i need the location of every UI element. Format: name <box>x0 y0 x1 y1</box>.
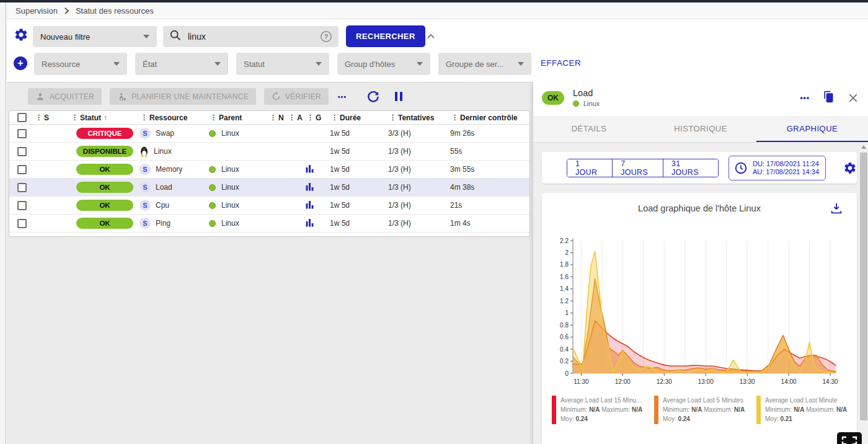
collapse-filters-chevron-up-icon[interactable] <box>425 30 437 43</box>
drag-handle-icon[interactable]: ⋮ <box>331 113 338 122</box>
column-header-duration[interactable]: ⋮Durée <box>326 113 386 122</box>
more-actions-icon[interactable]: ••• <box>338 93 347 100</box>
row-checkbox[interactable] <box>17 183 27 192</box>
resource-name[interactable]: Memory <box>156 165 182 174</box>
column-header-acknowledged[interactable]: ⋮A <box>287 113 306 122</box>
graph-settings-gear-icon[interactable] <box>843 161 857 175</box>
drag-handle-icon[interactable]: ⋮ <box>389 113 396 122</box>
search-input[interactable] <box>188 32 320 42</box>
service-icon: S <box>140 182 151 193</box>
row-checkbox[interactable] <box>17 219 27 228</box>
column-header-severity[interactable]: ⋮S <box>34 113 70 122</box>
drag-handle-icon[interactable]: ⋮ <box>451 113 458 122</box>
tab-historique[interactable]: HISTORIQUE <box>645 116 756 142</box>
scrollbar-thumb[interactable] <box>860 153 867 420</box>
time-range-button-31-jours[interactable]: 31 JOURS <box>663 159 718 177</box>
load-chart-svg[interactable]: 00.20.40.60.811.21.41.61.822.211:3012:00… <box>557 236 848 391</box>
period-from: 17/08/2021 11:24 <box>766 160 819 167</box>
tab-détails[interactable]: DÉTAILS <box>533 116 645 142</box>
select-all-checkbox[interactable] <box>17 113 27 122</box>
criteria-select-0[interactable]: Ressource <box>34 53 127 75</box>
drag-handle-icon[interactable]: ⋮ <box>210 113 217 122</box>
filter-settings-gear-icon[interactable] <box>14 27 29 42</box>
search-box[interactable]: ? <box>163 26 339 47</box>
resource-name[interactable]: Linux <box>154 147 172 156</box>
column-header-parent[interactable]: ⋮Parent <box>209 113 268 122</box>
graph-icon[interactable] <box>306 200 314 211</box>
row-checkbox[interactable] <box>17 165 27 174</box>
acknowledge-button[interactable]: ACQUITTER <box>28 88 102 105</box>
resource-name[interactable]: Load <box>156 183 172 192</box>
graph-icon[interactable] <box>306 218 314 229</box>
column-header-tries[interactable]: ⋮Tentatives <box>386 113 448 122</box>
drag-handle-icon[interactable]: ⋮ <box>288 113 295 122</box>
parent-name[interactable]: Linux <box>221 129 239 138</box>
column-header-notes[interactable]: ⋮N <box>268 113 287 122</box>
help-icon[interactable]: ? <box>320 30 332 43</box>
legend-item[interactable]: Average Load Last MinuteMinimum: N/A Max… <box>756 396 857 424</box>
column-header-resource[interactable]: ⋮Ressource <box>140 113 209 122</box>
criteria-select-2[interactable]: Statut <box>236 53 329 75</box>
time-range-button-7-jours[interactable]: 7 JOURS <box>613 159 663 177</box>
legend-item[interactable]: Average Load Last 5 MinutesMinimum: N/A … <box>654 396 755 424</box>
add-criteria-button[interactable]: + <box>14 56 27 70</box>
collapsed-sidebar-edge[interactable] <box>0 2 6 444</box>
resource-name[interactable]: Swap <box>156 129 174 138</box>
table-row[interactable]: OK S Ping Linux 1w 5d 1/3 (H) 1m 4s <box>9 215 529 233</box>
export-graph-icon[interactable] <box>830 202 843 215</box>
sort-ascending-icon[interactable]: ↑ <box>104 113 107 122</box>
table-row[interactable]: OK S Cpu Linux 1w 5d 1/3 (H) 21s <box>9 197 529 215</box>
column-header-last-check[interactable]: ⋮Dernier contrôle <box>448 113 529 122</box>
row-checkbox[interactable] <box>17 147 27 156</box>
resource-status-page: Supervision Statut des ressources Nouvea… <box>0 0 868 444</box>
resource-name[interactable]: Ping <box>156 219 170 228</box>
graph-icon[interactable] <box>306 164 314 175</box>
parent-name[interactable]: Linux <box>221 219 239 228</box>
saved-filter-select[interactable]: Nouveau filtre <box>33 26 157 47</box>
duration-value: 1w 5d <box>326 147 386 156</box>
svg-text:?: ? <box>324 33 329 40</box>
criteria-select-3[interactable]: Group d'hôtes <box>337 53 430 75</box>
scrollbar-up-arrow-icon[interactable] <box>861 145 866 149</box>
table-row[interactable]: OK S Load Linux 1w 5d 1/3 (H) 4m 38 <box>9 179 529 197</box>
time-range-button-1-jour[interactable]: 1 JOUR <box>567 159 613 177</box>
panel-more-actions-icon[interactable]: ••• <box>800 94 810 102</box>
close-panel-icon[interactable] <box>847 92 859 104</box>
breadcrumb-item-supervision[interactable]: Supervision <box>16 6 58 16</box>
criteria-select-1[interactable]: État <box>135 53 228 75</box>
tab-graphique[interactable]: GRAPHIQUE <box>756 116 868 142</box>
check-button[interactable]: VÉRIFIER <box>264 88 329 105</box>
refresh-icon[interactable] <box>366 89 381 104</box>
table-row[interactable]: CRITIQUE S Swap Linux 1w 5d 3/3 (H) <box>9 125 529 143</box>
table-row[interactable]: DISPONIBLE Linux 1w 5d 1/3 (H) 55s <box>9 143 529 161</box>
breadcrumb-item-resource-status[interactable]: Statut des ressources <box>76 6 154 16</box>
drag-handle-icon[interactable]: ⋮ <box>270 113 277 122</box>
column-header-graph[interactable]: ⋮G <box>306 113 326 122</box>
pause-icon[interactable] <box>395 92 402 101</box>
custom-period-button[interactable]: DU: 17/08/2021 11:24 AU: 17/08/2021 14:3… <box>728 156 826 180</box>
legend-item[interactable]: Average Load Last 15 Minu...Minimum: N/A… <box>552 396 652 424</box>
table-row[interactable]: OK S Memory Linux 1w 5d 1/3 (H) 3m <box>9 161 529 179</box>
drag-handle-icon[interactable]: ⋮ <box>307 113 314 122</box>
parent-name[interactable]: Linux <box>221 201 239 210</box>
copy-link-icon[interactable] <box>822 91 835 105</box>
parent-name[interactable]: Linux <box>221 165 239 174</box>
drag-handle-icon[interactable]: ⋮ <box>71 113 78 122</box>
row-checkbox[interactable] <box>17 201 27 210</box>
graph-icon[interactable] <box>306 182 314 193</box>
search-button[interactable]: RECHERCHER <box>346 25 425 47</box>
panel-scrollbar[interactable] <box>859 143 868 444</box>
duration-value: 1w 5d <box>326 129 386 138</box>
load-chart[interactable]: 00.20.40.60.811.21.41.61.822.211:3012:00… <box>557 236 857 393</box>
criteria-select-4[interactable]: Groupe de ser... <box>438 53 531 75</box>
row-checkbox[interactable] <box>17 129 27 138</box>
drag-handle-icon[interactable]: ⋮ <box>35 113 42 122</box>
column-header-status[interactable]: ⋮Statut↑ <box>70 113 140 122</box>
set-downtime-button[interactable]: PLANIFIER UNE MAINTENANCE <box>110 88 256 105</box>
drag-handle-icon[interactable]: ⋮ <box>141 113 148 122</box>
host-status-dot <box>209 130 216 137</box>
clear-filters-link[interactable]: EFFACER <box>541 58 581 68</box>
resource-name[interactable]: Cpu <box>156 201 169 210</box>
parent-name[interactable]: Linux <box>221 183 239 192</box>
panel-subtitle[interactable]: Linux <box>583 100 600 107</box>
